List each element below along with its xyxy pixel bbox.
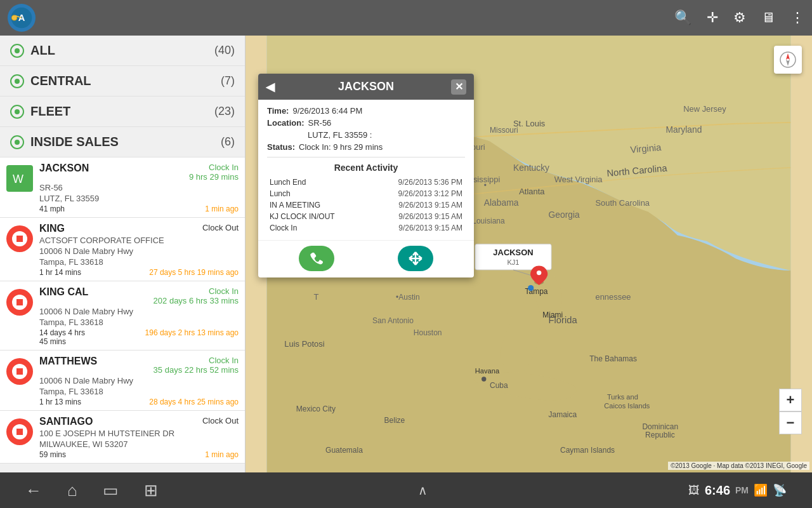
settings-icon[interactable]: ⚙	[733, 10, 746, 26]
signal-icon: 📡	[773, 483, 787, 497]
activity-time-3: 9/26/2013 9:15 AM	[367, 211, 465, 222]
zoom-in-button[interactable]: +	[779, 389, 802, 411]
popup-location-label: Location:	[267, 118, 304, 128]
svg-text:Dominican: Dominican	[642, 422, 678, 431]
santiago-time: 59 mins	[39, 450, 66, 459]
chevron-up-icon: ∧	[418, 483, 428, 498]
svg-text:KJ1: KJ1	[507, 258, 519, 266]
matthews-time: 1 hr 13 mins	[39, 398, 81, 406]
king-cal-status-time: 202 days 6 hrs 33 mins	[154, 296, 239, 305]
popup-back-button[interactable]: ◀	[266, 80, 275, 94]
group-fleet[interactable]: FLEET (23)	[0, 97, 245, 127]
monitor-icon[interactable]: 🖥	[761, 10, 775, 26]
santiago-name: SANTIAGO	[39, 416, 93, 427]
group-inside-sales-count: (6)	[221, 135, 235, 149]
top-bar: A 🔍 ✛ ⚙ 🖥 ⋮	[0, 0, 812, 36]
activity-row-2: IN A MEETING 9/26/2013 9:15 AM	[267, 199, 465, 211]
svg-text:JACKSON: JACKSON	[493, 248, 533, 257]
svg-text:Mexico City: Mexico City	[296, 404, 336, 413]
svg-text:Cayman Islands: Cayman Islands	[560, 446, 615, 455]
jackson-icon: W	[6, 165, 33, 192]
group-central[interactable]: CENTRAL (7)	[0, 66, 245, 97]
santiago-addr2: MILWAUKEE, WI 53207	[39, 439, 239, 449]
time-value: 6:46	[705, 483, 730, 498]
home-button[interactable]: ⌂	[67, 481, 77, 500]
jackson-speed: 41 mph	[39, 204, 65, 213]
activity-row-0: Lunch End 9/26/2013 5:36 PM	[267, 177, 465, 188]
king-cal-time: 14 days 4 hrs 45 mins	[39, 328, 85, 346]
king-cal-addr2: Tampa, FL 33618	[39, 318, 239, 327]
screenshot-button[interactable]: ⊞	[144, 481, 158, 500]
popup-phone-button[interactable]	[299, 246, 334, 271]
activity-table: Lunch End 9/26/2013 5:36 PM Lunch 9/26/2…	[267, 177, 465, 234]
popup-close-button[interactable]: ✕	[451, 79, 466, 95]
app-logo: A	[8, 4, 36, 32]
svg-text:Georgia: Georgia	[548, 210, 580, 220]
group-all[interactable]: ALL (40)	[0, 36, 245, 66]
recent-apps-button[interactable]: ▭	[103, 481, 119, 500]
map-background: Virginia Maryland New Jersey North Carol…	[246, 36, 812, 472]
popup-location-value: SR-56	[308, 118, 332, 128]
bottom-nav-status: 🖼 6:46 PM 📶 📡	[688, 483, 787, 498]
king-cal-addr1: 10006 N Dale Mabry Hwy	[39, 307, 239, 316]
svg-text:Louisiana: Louisiana	[472, 217, 505, 225]
list-item-jackson[interactable]: W JACKSON Clock In 9 hrs 29 mins SR-56 L…	[0, 157, 245, 218]
map-zoom-controls: + −	[779, 389, 802, 434]
svg-rect-10	[16, 368, 23, 375]
compass-button[interactable]	[774, 46, 802, 74]
map-credit: ©2013 Google · Map data ©2013 INEGI, Goo…	[668, 462, 809, 470]
group-all-icon	[10, 44, 24, 58]
group-inside-sales[interactable]: INSIDE SALES (6)	[0, 127, 245, 157]
santiago-timeago: 1 min ago	[205, 450, 239, 459]
popup-move-button[interactable]	[398, 246, 433, 271]
svg-text:New Jersey: New Jersey	[683, 104, 726, 114]
popup-title: JACKSON	[338, 80, 394, 93]
move-icon[interactable]: ✛	[707, 10, 718, 26]
list-item-santiago[interactable]: SANTIAGO Clock Out 100 E JOSEPH M HUTSTE…	[0, 411, 245, 464]
list-item-matthews[interactable]: MATTHEWS Clock In 35 days 22 hrs 52 mins…	[0, 351, 245, 411]
activity-type-0: Lunch End	[267, 177, 367, 188]
svg-text:The Bahamas: The Bahamas	[589, 354, 637, 363]
svg-rect-6	[16, 236, 23, 242]
svg-rect-12	[16, 429, 23, 435]
svg-text:Maryland: Maryland	[665, 124, 702, 135]
matthews-addr1: 10006 N Dale Mabry Hwy	[39, 376, 239, 385]
list-item-king-cal[interactable]: KING CAL Clock In 202 days 6 hrs 33 mins…	[0, 281, 245, 351]
svg-text:Havana: Havana	[475, 367, 500, 375]
svg-text:Turks and: Turks and	[607, 393, 638, 401]
jackson-name: JACKSON	[39, 163, 89, 174]
jackson-timeago: 1 min ago	[205, 204, 239, 213]
svg-text:Houston: Houston	[414, 328, 442, 337]
activity-row-3: KJ CLOCK IN/OUT 9/26/2013 9:15 AM	[267, 211, 465, 222]
zoom-out-button[interactable]: −	[779, 411, 802, 434]
svg-text:Republic: Republic	[645, 431, 675, 439]
back-button[interactable]: ←	[25, 481, 42, 500]
jackson-status: Clock In	[189, 163, 239, 172]
wifi-icon: 📶	[754, 483, 768, 497]
bottom-nav: ← ⌂ ▭ ⊞ ∧ 🖼 6:46 PM 📶 📡	[0, 472, 812, 508]
svg-rect-8	[16, 299, 23, 305]
popup-location-detail: LUTZ, FL 33559 :	[308, 130, 372, 140]
santiago-status: Clock Out	[202, 416, 239, 425]
group-all-count: (40)	[214, 44, 235, 57]
king-cal-status: Clock In	[154, 286, 239, 296]
map-area[interactable]: Virginia Maryland New Jersey North Carol…	[246, 36, 812, 472]
popup-divider	[267, 157, 465, 157]
king-addr2: 10006 N Dale Mabry Hwy	[39, 246, 239, 256]
popup-jackson: ◀ JACKSON ✕ Time: 9/26/2013 6:44 PM Loca…	[258, 74, 474, 277]
king-cal-icon	[6, 289, 33, 316]
svg-text:Belize: Belize	[384, 416, 405, 425]
activity-time-4: 9/26/2013 9:15 AM	[367, 222, 465, 234]
svg-text:Miami: Miami	[542, 311, 563, 319]
svg-text:West Virginia: West Virginia	[554, 175, 603, 184]
matthews-addr2: Tampa, FL 33618	[39, 387, 239, 396]
king-cal-name: KING CAL	[39, 286, 88, 298]
activity-time-2: 9/26/2013 9:15 AM	[367, 199, 465, 211]
more-icon[interactable]: ⋮	[790, 10, 804, 26]
jackson-addr2: LUTZ, FL 33559	[39, 194, 239, 203]
activity-row-4: Clock In 9/26/2013 9:15 AM	[267, 222, 465, 234]
popup-footer	[258, 240, 474, 277]
list-item-king[interactable]: KING Clock Out ACTSOFT CORPORATE OFFICE …	[0, 218, 245, 281]
search-icon[interactable]: 🔍	[674, 10, 691, 26]
group-inside-sales-icon	[10, 135, 24, 149]
